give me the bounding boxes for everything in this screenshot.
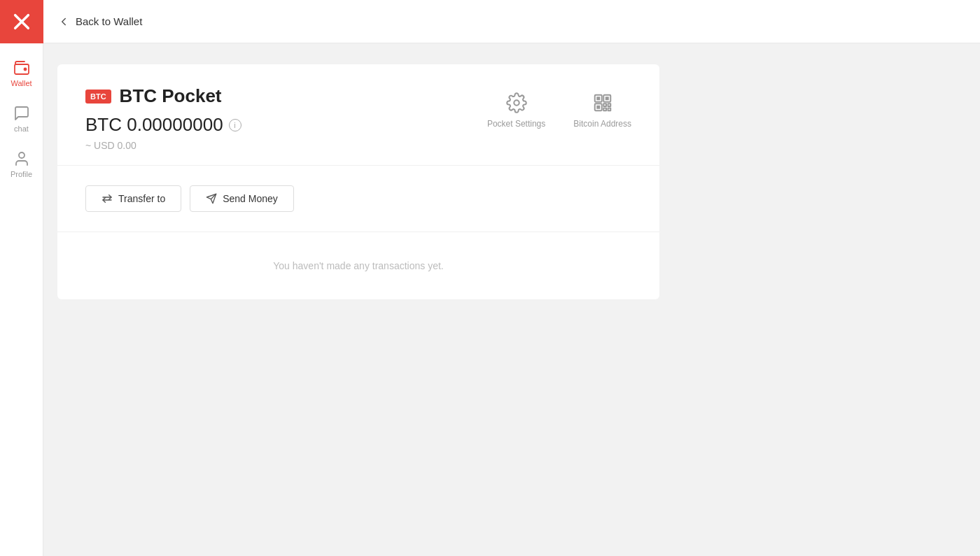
pocket-title-row: BTC BTC Pocket <box>85 85 241 107</box>
no-transactions-text: You haven't made any transactions yet. <box>273 260 443 271</box>
svg-rect-12 <box>603 104 606 106</box>
info-icon[interactable]: i <box>229 119 241 131</box>
sidebar-item-chat[interactable]: chat <box>0 96 43 141</box>
send-money-button[interactable]: Send Money <box>190 185 294 212</box>
top-bar: Back to Wallet <box>43 0 980 43</box>
svg-rect-14 <box>603 108 606 111</box>
pocket-balance: BTC 0.00000000 i <box>85 114 241 136</box>
send-money-label: Send Money <box>223 193 278 204</box>
pocket-info: BTC BTC Pocket BTC 0.00000000 i ~ USD 0.… <box>85 85 241 151</box>
pocket-actions-right: Pocket Settings <box>487 92 631 129</box>
svg-rect-15 <box>608 108 610 111</box>
sidebar-wallet-label: Wallet <box>10 79 31 87</box>
btc-badge: BTC <box>85 90 111 104</box>
back-button[interactable]: Back to Wallet <box>57 15 142 28</box>
sidebar-chat-label: chat <box>14 124 29 133</box>
svg-rect-9 <box>596 97 600 100</box>
pocket-buttons: Transfer to Send Money <box>57 166 659 232</box>
sidebar-profile-label: Profile <box>10 170 32 178</box>
sidebar: Wallet chat Profile <box>0 0 43 556</box>
app-logo[interactable] <box>0 0 43 43</box>
balance-value: BTC 0.00000000 <box>85 114 223 136</box>
bitcoin-address-button[interactable]: Bitcoin Address <box>573 92 631 129</box>
bitcoin-address-label: Bitcoin Address <box>573 119 631 129</box>
main-area: Back to Wallet BTC BTC Pocket BTC 0.0000… <box>43 0 980 556</box>
svg-point-4 <box>19 152 24 158</box>
pocket-usd: ~ USD 0.00 <box>85 140 241 151</box>
svg-rect-13 <box>608 104 610 106</box>
pocket-header: BTC BTC Pocket BTC 0.00000000 i ~ USD 0.… <box>57 64 659 166</box>
svg-point-3 <box>24 68 26 70</box>
pocket-card: BTC BTC Pocket BTC 0.00000000 i ~ USD 0.… <box>57 64 659 299</box>
transfer-to-button[interactable]: Transfer to <box>85 185 181 212</box>
transactions-area: You haven't made any transactions yet. <box>57 232 659 299</box>
sidebar-item-profile[interactable]: Profile <box>0 141 43 187</box>
pocket-name: BTC Pocket <box>120 85 222 107</box>
sidebar-item-wallet[interactable]: Wallet <box>0 50 43 96</box>
svg-rect-10 <box>605 97 608 100</box>
back-label: Back to Wallet <box>76 15 142 27</box>
sidebar-nav: Wallet chat Profile <box>0 43 43 187</box>
content: BTC BTC Pocket BTC 0.00000000 i ~ USD 0.… <box>43 43 980 556</box>
svg-point-5 <box>514 100 519 106</box>
pocket-settings-button[interactable]: Pocket Settings <box>487 92 545 129</box>
pocket-settings-label: Pocket Settings <box>487 119 545 129</box>
svg-rect-11 <box>596 106 600 109</box>
transfer-to-label: Transfer to <box>118 193 165 204</box>
